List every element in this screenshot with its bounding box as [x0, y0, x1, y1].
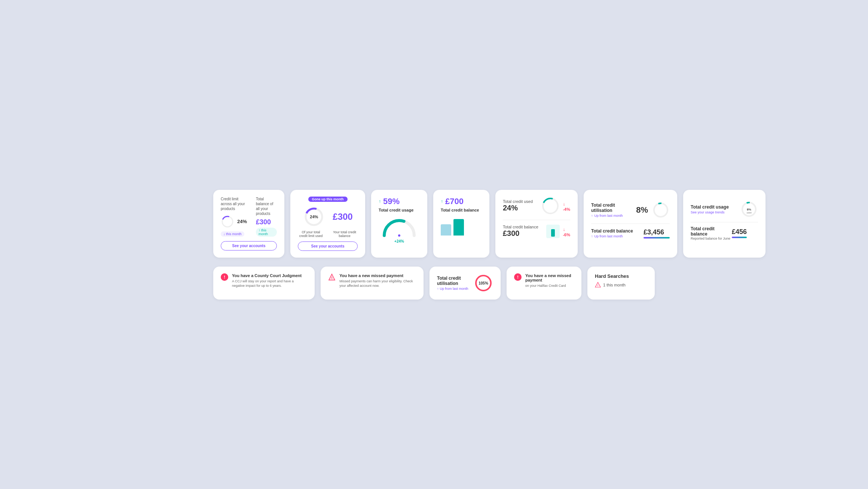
svg-point-7 [654, 203, 667, 217]
utilisation-top: Total credit utilisation ↑ Up from last … [591, 197, 670, 224]
util-bottom-sublabel: ↑ Up from last month [591, 234, 633, 238]
total-used-row: Total credit used 24% ↓ -4% [503, 197, 570, 215]
bar-prev [441, 224, 451, 236]
ccj-title: You have a County Court Judgment [232, 273, 307, 278]
svg-text:8%: 8% [747, 208, 751, 211]
util-top-value: 8% [636, 205, 648, 215]
usage-right-donut: 8% used [740, 200, 758, 218]
usage-arrow-up: ↑ [379, 199, 381, 204]
gone-up-sub2: Your total credit balance [331, 230, 358, 238]
usage-right-bottom: Total credit balance Reported balance fo… [691, 222, 758, 244]
card-gone-up: Gone up this month 24% £300 Of your tota… [290, 190, 365, 258]
usage-right-progress-bar [732, 237, 747, 238]
balance-amount: £700 [445, 197, 464, 206]
hard-searches-title: Hard Searches [595, 273, 647, 279]
util-sm-sub: ↑ Up from last month [437, 287, 474, 291]
util-top-label: Total credit utilisation [591, 203, 636, 213]
usage-change: +24% [379, 239, 420, 243]
missed-payment-content: You have a new missed payment Missed pay… [339, 273, 416, 293]
gone-up-sub1: Of your total credit limit used [298, 230, 324, 238]
missed-payment-body: Missed payments can harm your eligibilit… [339, 279, 416, 288]
card-utilisation-big: Total credit utilisation ↑ Up from last … [584, 190, 677, 258]
credit-limit-badge: ↓ this month [221, 231, 244, 237]
bar-curr [453, 219, 464, 236]
balance-arrow-up: ↑ [441, 199, 443, 204]
total-used-label: Total credit used [503, 199, 533, 204]
used-arrow-down: ↓ [563, 201, 565, 207]
card-util-sm: Total credit utilisation ↑ Up from last … [430, 267, 501, 300]
svg-text:!: ! [331, 276, 333, 280]
balance-change: -6% [563, 233, 570, 237]
util-sm-title: Total credit utilisation [437, 276, 474, 286]
balance-mini-bar [546, 225, 560, 238]
credit-limit-gauge [221, 215, 234, 228]
total-used-value: 24% [503, 204, 533, 212]
svg-text:!: ! [597, 284, 598, 287]
card-total-used: Total credit used 24% ↓ -4% [495, 190, 578, 258]
credit-limit-label: Credit limit across all your products [221, 197, 247, 211]
usage-right-bottom-label: Total credit balance [691, 226, 732, 237]
gone-up-badge: Gone up this month [308, 197, 348, 202]
svg-point-4 [398, 234, 400, 237]
util-top-sublabel: ↑ Up from last month [591, 214, 636, 218]
util-bottom-up-arrow: ↑ [591, 234, 593, 238]
usage-right-top-sublabel: See your usage trends [691, 210, 729, 214]
usage-right-top-label: Total credit usage [691, 204, 729, 210]
utilisation-bottom: Total credit balance ↑ Up from last mont… [591, 224, 670, 243]
util-bottom-label: Total credit balance [591, 228, 633, 234]
credit-balance-amount: £300 [256, 218, 277, 226]
hard-searches-count-text: 1 this month [603, 283, 626, 287]
balance-arrow-down: ↓ [563, 227, 565, 232]
see-accounts-button-1[interactable]: See your accounts [221, 241, 277, 250]
usage-right-bottom-sublabel: Reported balance for June [691, 237, 732, 240]
balance-bar-chart [441, 217, 482, 236]
warn-triangle-icon: ! [328, 273, 336, 281]
card-usage-right: Total credit usage See your usage trends… [683, 190, 765, 258]
usage-title: Total credit usage [379, 208, 413, 212]
util-progress-bar [644, 237, 670, 239]
card-halifax-alert: ! You have a new missed payment on your … [507, 267, 581, 300]
util-sm-left: Total credit utilisation ↑ Up from last … [437, 276, 474, 291]
ccj-content: You have a County Court Judgment A CCJ w… [232, 273, 307, 293]
hard-searches-count: ! 1 this month [595, 282, 647, 288]
card-credit-usage: ↑ 59% Total credit usage +24% [371, 190, 427, 258]
used-change: -4% [563, 207, 570, 212]
util-bottom-value: £3,456 [644, 228, 664, 236]
hard-searches-warn-icon: ! [595, 282, 601, 288]
see-accounts-button-2[interactable]: See your accounts [298, 242, 358, 251]
usage-right-top: Total credit usage See your usage trends… [691, 197, 758, 222]
ccj-body: A CCJ will stay on your report and have … [232, 279, 307, 288]
card-ccj-alert: ! You have a County Court Judgment A CCJ… [213, 267, 315, 300]
halifax-alert-subtitle: on your Halifax Credit Card [525, 283, 574, 288]
gone-up-amount: £300 [333, 212, 352, 222]
card-hard-searches: Hard Searches ! 1 this month [587, 267, 655, 300]
missed-payment-title: You have a new missed payment [339, 273, 416, 278]
total-used-arc [541, 197, 560, 215]
credit-limit-pct: 24% [237, 219, 247, 224]
credit-balance-badge: ↑ this month [256, 228, 277, 237]
gone-up-pct: 24% [310, 215, 318, 219]
halifax-alert-icon: ! [514, 273, 522, 281]
card-missed-payment-alert: ! You have a new missed payment Missed p… [321, 267, 424, 300]
util-up-arrow: ↑ [591, 214, 593, 218]
gone-up-donut: 24% [303, 206, 325, 228]
credit-limit-col: Credit limit across all your products 24… [221, 197, 247, 237]
total-balance-label: Total credit balance [503, 225, 538, 229]
usage-gauge-svg [380, 217, 418, 238]
svg-text:used: used [746, 212, 751, 214]
balance-title: Total credit balance [441, 208, 482, 212]
usage-pct: 59% [383, 197, 400, 206]
total-balance-row: Total credit balance £300 ↓ -6% [503, 225, 570, 238]
halifax-alert-content: You have a new missed payment on your Ha… [525, 273, 574, 293]
util-sm-value: 105% [479, 281, 488, 285]
total-balance-value: £300 [503, 229, 538, 238]
util-top-donut [652, 201, 670, 219]
ccj-icon: ! [221, 273, 228, 281]
credit-balance-col: Total balance of all your products £300 … [256, 197, 277, 237]
halifax-alert-title: You have a new missed payment [525, 273, 574, 282]
card-credit-balance: ↑ £700 Total credit balance [433, 190, 489, 258]
credit-balance-label: Total balance of all your products [256, 197, 277, 216]
util-sm-arrow: ↑ [437, 287, 439, 291]
util-sm-donut: 105% [474, 273, 493, 293]
usage-right-bottom-value: £456 [732, 228, 747, 236]
